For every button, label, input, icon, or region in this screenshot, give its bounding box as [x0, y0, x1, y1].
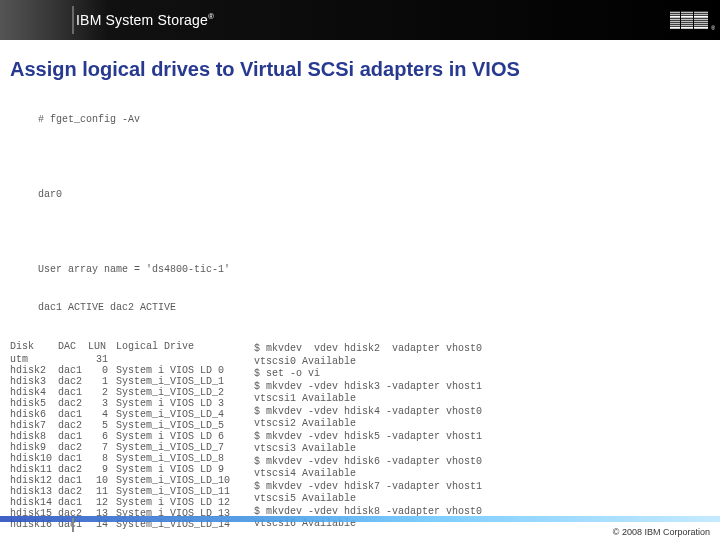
col-lun: LUN — [88, 341, 116, 354]
table-row: hdisk13dac211System_i_VIOS_LD_11 — [10, 486, 236, 497]
table-row: hdisk12dac110System_i_VIOS_LD_10 — [10, 475, 236, 486]
cell-dac: dac2 — [58, 442, 88, 453]
cell-lun: 8 — [88, 453, 116, 464]
cell-lun: 5 — [88, 420, 116, 431]
cell-disk: hdisk10 — [10, 453, 58, 464]
content-area: # fget_config -Av dar0 User array name =… — [0, 89, 720, 531]
product-name-text: IBM System Storage — [76, 12, 208, 28]
cell-disk: hdisk5 — [10, 398, 58, 409]
header-divider — [72, 6, 74, 34]
copyright-text: © 2008 IBM Corporation — [613, 527, 710, 537]
cell-disk: hdisk7 — [10, 420, 58, 431]
table-row: hdisk3dac21System_i_VIOS_LD_1 — [10, 376, 236, 387]
cell-lun: 11 — [88, 486, 116, 497]
cell-disk: hdisk8 — [10, 431, 58, 442]
cell-disk: hdisk12 — [10, 475, 58, 486]
cell-ld: System_i_VIOS_LD_7 — [116, 442, 236, 453]
cell-dac: dac2 — [58, 464, 88, 475]
cell-dac: dac1 — [58, 475, 88, 486]
table-row: hdisk7dac25System_i_VIOS_LD_5 — [10, 420, 236, 431]
cell-disk: hdisk6 — [10, 409, 58, 420]
dar-line: dar0 — [38, 189, 710, 202]
cell-ld: System i VIOS LD 9 — [116, 464, 236, 475]
table-row: hdisk11dac29System i VIOS LD 9 — [10, 464, 236, 475]
cell-ld: System i VIOS LD 12 — [116, 497, 236, 508]
table-row: hdisk4dac12System_i_VIOS_LD_2 — [10, 387, 236, 398]
cmd-line: # fget_config -Av — [38, 114, 710, 127]
page-title: Assign logical drives to Virtual SCSi ad… — [0, 40, 720, 89]
cell-dac — [58, 354, 88, 365]
footer: © 2008 IBM Corporation — [0, 514, 720, 540]
table-row: hdisk6dac14System_i_VIOS_LD_4 — [10, 409, 236, 420]
terminal-line: $ mkvdev vdev hdisk2 vadapter vhost0 — [254, 343, 482, 356]
cell-lun: 9 — [88, 464, 116, 475]
terminal-line: $ mkvdev -vdev hdisk5 -vadapter vhost1 — [254, 431, 482, 444]
cell-ld: System i VIOS LD 6 — [116, 431, 236, 442]
cell-ld: System_i_VIOS_LD_4 — [116, 409, 236, 420]
col-disk: Disk — [10, 341, 58, 354]
cell-dac: dac2 — [58, 420, 88, 431]
table-row: hdisk2dac10System i VIOS LD 0 — [10, 365, 236, 376]
cell-dac: dac2 — [58, 398, 88, 409]
cell-disk: hdisk9 — [10, 442, 58, 453]
table-row: hdisk8dac16System i VIOS LD 6 — [10, 431, 236, 442]
terminal-line: vtscsi0 Available — [254, 356, 482, 369]
table-row: utm31 — [10, 354, 236, 365]
footer-divider — [72, 518, 74, 532]
terminal-line: $ mkvdev -vdev hdisk6 -vadapter vhost0 — [254, 456, 482, 469]
col-ld: Logical Drive — [116, 341, 236, 354]
cell-lun: 6 — [88, 431, 116, 442]
terminal-line: $ mkvdev -vdev hdisk4 -vadapter vhost0 — [254, 406, 482, 419]
table-row: hdisk10dac18System_i_VIOS_LD_8 — [10, 453, 236, 464]
cell-ld: System_i_VIOS_LD_2 — [116, 387, 236, 398]
cell-disk: hdisk2 — [10, 365, 58, 376]
table-row: hdisk14dac112System i VIOS LD 12 — [10, 497, 236, 508]
dac-status-line: dac1 ACTIVE dac2 ACTIVE — [38, 302, 710, 315]
cell-disk: hdisk14 — [10, 497, 58, 508]
terminal-line: $ set -o vi — [254, 368, 482, 381]
cell-lun: 2 — [88, 387, 116, 398]
cell-lun: 10 — [88, 475, 116, 486]
header-bar: IBM System Storage® ® — [0, 0, 720, 40]
cell-dac: dac2 — [58, 376, 88, 387]
cell-disk: hdisk4 — [10, 387, 58, 398]
terminal-line: vtscsi3 Available — [254, 443, 482, 456]
mkvdev-output: $ mkvdev vdev hdisk2 vadapter vhost0vtsc… — [254, 341, 482, 531]
disk-table: Disk DAC LUN Logical Drive utm31hdisk2da… — [10, 341, 236, 530]
col-dac: DAC — [58, 341, 88, 354]
table-header-row: Disk DAC LUN Logical Drive — [10, 341, 236, 354]
terminal-line: vtscsi1 Available — [254, 393, 482, 406]
terminal-line: vtscsi5 Available — [254, 493, 482, 506]
cell-ld: System_i_VIOS_LD_10 — [116, 475, 236, 486]
cell-ld: System_i_VIOS_LD_5 — [116, 420, 236, 431]
cell-lun: 3 — [88, 398, 116, 409]
cell-disk: hdisk13 — [10, 486, 58, 497]
cell-lun: 7 — [88, 442, 116, 453]
cell-ld: System i VIOS LD 0 — [116, 365, 236, 376]
terminal-line: $ mkvdev -vdev hdisk3 -vadapter vhost1 — [254, 381, 482, 394]
product-name: IBM System Storage® — [76, 12, 214, 28]
terminal-line: $ mkvdev -vdev hdisk7 -vadapter vhost1 — [254, 481, 482, 494]
cell-disk: hdisk3 — [10, 376, 58, 387]
cell-dac: dac1 — [58, 387, 88, 398]
cell-ld: System_i_VIOS_LD_8 — [116, 453, 236, 464]
cell-disk: hdisk11 — [10, 464, 58, 475]
cell-ld: System_i_VIOS_LD_1 — [116, 376, 236, 387]
cell-ld: System_i_VIOS_LD_11 — [116, 486, 236, 497]
registered-mark: ® — [208, 12, 214, 21]
terminal-line: vtscsi2 Available — [254, 418, 482, 431]
cell-dac: dac1 — [58, 409, 88, 420]
cell-dac: dac2 — [58, 486, 88, 497]
cell-lun: 12 — [88, 497, 116, 508]
cell-lun: 31 — [88, 354, 116, 365]
cell-lun: 4 — [88, 409, 116, 420]
cell-dac: dac1 — [58, 365, 88, 376]
array-name-line: User array name = 'ds4800-tic-1' — [38, 264, 710, 277]
ibm-logo-icon: ® — [670, 12, 708, 29]
cell-disk: utm — [10, 354, 58, 365]
footer-stripe — [0, 516, 720, 522]
table-row: hdisk5dac23System i VIOS LD 3 — [10, 398, 236, 409]
cell-dac: dac1 — [58, 497, 88, 508]
terminal-line: vtscsi4 Available — [254, 468, 482, 481]
cell-dac: dac1 — [58, 431, 88, 442]
